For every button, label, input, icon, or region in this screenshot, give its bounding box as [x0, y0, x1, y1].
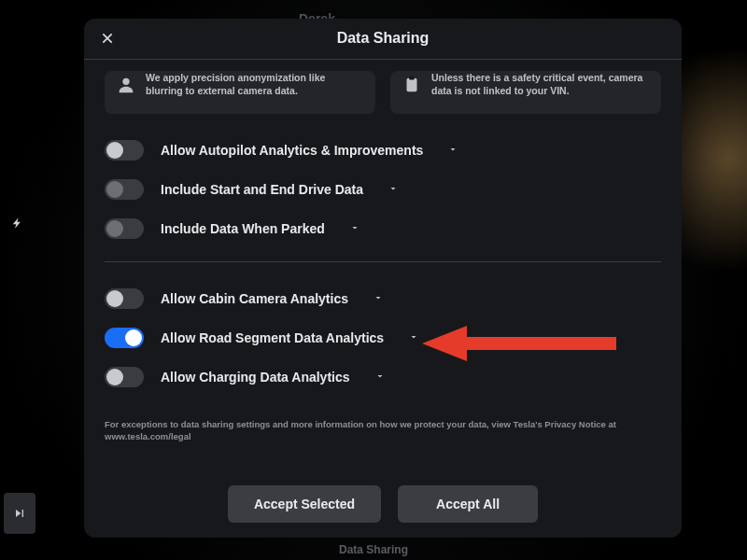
section-camera: Allow Cabin Camera Analytics Allow Road …: [105, 262, 661, 410]
panel-header: Data Sharing: [84, 19, 682, 60]
svg-rect-1: [407, 78, 417, 92]
label-drive-data: Include Start and End Drive Data: [161, 182, 363, 197]
accept-selected-button[interactable]: Accept Selected: [228, 485, 381, 523]
chevron-down-icon: [373, 290, 384, 307]
info-cards: We apply precision anonymization like bl…: [105, 60, 661, 114]
action-row: Accept Selected Accept All: [84, 485, 682, 523]
toggle-charging[interactable]: [105, 367, 144, 387]
toggle-cabin[interactable]: [105, 288, 144, 309]
chevron-down-icon: [374, 369, 386, 385]
label-road-segment: Allow Road Segment Data Analytics: [161, 330, 384, 345]
background-footer-label: Data Sharing: [0, 543, 747, 556]
row-cabin: Allow Cabin Camera Analytics: [105, 279, 661, 318]
section-autopilot: Allow Autopilot Analytics & Improvements…: [105, 114, 661, 261]
next-track-icon[interactable]: [4, 493, 35, 534]
toggle-road-segment[interactable]: [105, 328, 144, 348]
chevron-down-icon: [388, 181, 399, 198]
label-cabin: Allow Cabin Camera Analytics: [161, 291, 348, 306]
card-anonymization-text: We apply precision anonymization like bl…: [146, 71, 364, 97]
privacy-footnote: For exceptions to data sharing settings …: [105, 410, 661, 443]
label-charging: Allow Charging Data Analytics: [161, 370, 350, 385]
panel-title: Data Sharing: [84, 30, 682, 47]
chevron-down-icon: [447, 142, 458, 159]
expand-charging[interactable]: [373, 370, 388, 385]
lightning-icon: [11, 217, 24, 233]
clipboard-icon: [402, 75, 422, 95]
svg-point-0: [122, 78, 129, 85]
accept-all-button[interactable]: Accept All: [398, 485, 538, 523]
expand-parked[interactable]: [347, 221, 362, 236]
panel-body: We apply precision anonymization like bl…: [84, 60, 682, 538]
row-road-segment: Allow Road Segment Data Analytics: [105, 318, 661, 357]
row-drive-data: Include Start and End Drive Data: [105, 170, 661, 209]
toggle-parked[interactable]: [105, 218, 144, 239]
toggle-autopilot[interactable]: [105, 140, 144, 161]
row-charging: Allow Charging Data Analytics: [105, 357, 661, 397]
svg-rect-2: [409, 77, 415, 80]
chevron-down-icon: [349, 220, 360, 237]
expand-drive-data[interactable]: [386, 182, 401, 197]
row-parked: Include Data When Parked: [105, 209, 661, 248]
expand-road-segment[interactable]: [406, 330, 421, 345]
toggle-drive-data[interactable]: [105, 179, 144, 200]
label-parked: Include Data When Parked: [161, 221, 325, 236]
person-icon: [116, 75, 136, 95]
expand-cabin[interactable]: [371, 291, 386, 306]
card-vin-text: Unless there is a safety critical event,…: [431, 71, 650, 97]
card-vin: Unless there is a safety critical event,…: [390, 71, 661, 114]
card-anonymization: We apply precision anonymization like bl…: [105, 71, 375, 114]
row-autopilot: Allow Autopilot Analytics & Improvements: [105, 131, 661, 170]
label-autopilot: Allow Autopilot Analytics & Improvements: [161, 143, 423, 158]
expand-autopilot[interactable]: [445, 143, 460, 158]
chevron-down-icon: [408, 329, 419, 346]
data-sharing-panel: Data Sharing We apply precision anonymiz…: [84, 19, 682, 538]
